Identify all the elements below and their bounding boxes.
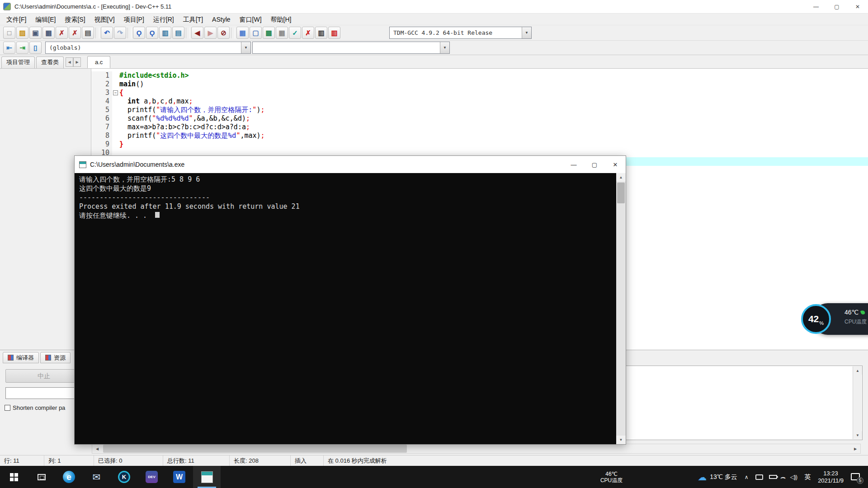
- file-tab-ac[interactable]: a.c: [87, 56, 110, 68]
- stop-execution-button[interactable]: ✗: [302, 27, 314, 39]
- devcpp-taskbar-button[interactable]: DEV: [138, 466, 165, 488]
- volume-icon[interactable]: ◁)): [790, 474, 797, 480]
- menu-item[interactable]: 工具[T]: [179, 14, 208, 25]
- print-button[interactable]: ▤: [82, 27, 94, 39]
- taskbar-cpu-temp-value: 46℃: [600, 471, 623, 477]
- goto-declaration-button[interactable]: ⇤: [3, 42, 15, 54]
- find-in-files-button[interactable]: ▥: [159, 27, 171, 39]
- menu-item[interactable]: 编辑[E]: [31, 14, 60, 25]
- word-taskbar-button[interactable]: W: [165, 466, 193, 488]
- cpu-temperature-widget[interactable]: 42 % 46℃ CPU温度: [801, 303, 868, 335]
- compile-button[interactable]: ▦: [236, 27, 249, 39]
- tab-class-view[interactable]: 查看类: [36, 56, 64, 68]
- menu-item[interactable]: 视图[V]: [90, 14, 119, 25]
- back-button[interactable]: ◀: [191, 27, 203, 39]
- output-vertical-scrollbar[interactable]: ▲ ▼: [853, 366, 862, 439]
- globals-select[interactable]: (globals) ▼: [45, 42, 251, 54]
- menu-item[interactable]: 帮助[H]: [266, 14, 296, 25]
- console-window[interactable]: C:\Users\admin\Documents\a.exe — ▢ ✕ 请输入…: [74, 155, 626, 445]
- maximize-button[interactable]: ▢: [826, 0, 847, 14]
- tab-project-manager[interactable]: 项目管理: [1, 56, 35, 68]
- menu-item[interactable]: 窗口[W]: [235, 14, 266, 25]
- chevron-down-icon[interactable]: ▼: [241, 42, 250, 53]
- abort-button[interactable]: 中止: [5, 369, 82, 383]
- menu-item[interactable]: 运行[R]: [149, 14, 179, 25]
- close-button[interactable]: ✕: [847, 0, 868, 14]
- horizontal-scroll-thumb[interactable]: [103, 445, 407, 453]
- menu-item[interactable]: AStyle: [208, 14, 235, 25]
- line-number: 1: [91, 71, 112, 80]
- compiler-output-filter-input[interactable]: [5, 387, 82, 399]
- goto-line-button[interactable]: ▤: [172, 27, 184, 39]
- line-number: 9: [91, 140, 112, 149]
- delete-profiling-button[interactable]: ▥: [328, 27, 340, 39]
- menu-item[interactable]: 搜索[S]: [60, 14, 90, 25]
- tab-scroll-right-icon[interactable]: ▶: [73, 57, 81, 67]
- chevron-down-icon[interactable]: ▼: [440, 42, 449, 53]
- checkbox-icon[interactable]: [5, 405, 10, 411]
- menu-item[interactable]: 文件[F]: [2, 14, 31, 25]
- mail-taskbar-button[interactable]: ✉: [83, 466, 110, 488]
- scroll-right-icon[interactable]: ▶: [850, 444, 860, 453]
- fold-column[interactable]: −: [112, 89, 119, 97]
- running-console-taskbar-button[interactable]: [193, 466, 221, 488]
- tray-expand-chevron-icon[interactable]: ∧: [745, 474, 749, 480]
- console-close-button[interactable]: ✕: [605, 156, 626, 173]
- scroll-up-icon[interactable]: ▲: [616, 173, 626, 182]
- rebuild-all-button[interactable]: ▦: [276, 27, 288, 39]
- save-all-button[interactable]: ▦: [42, 27, 55, 39]
- tab-scroll-left-icon[interactable]: ◀: [66, 57, 73, 67]
- shorten-paths-checkbox-row[interactable]: Shorten compiler pa: [5, 404, 73, 411]
- taskbar-clock[interactable]: 13:23 2021/11/9: [818, 470, 844, 484]
- console-maximize-button[interactable]: ▢: [584, 156, 605, 173]
- undo-button[interactable]: ↶: [101, 27, 113, 39]
- battery-icon[interactable]: [769, 475, 777, 479]
- task-view-button[interactable]: [28, 466, 55, 488]
- console-body[interactable]: 请输入四个数，并用空格隔开:5 8 9 6这四个数中最大的数是9--------…: [75, 173, 626, 444]
- scroll-up-icon[interactable]: ▲: [853, 366, 862, 375]
- console-cursor: [155, 212, 160, 218]
- tablet-icon[interactable]: [755, 474, 763, 480]
- edge-taskbar-button[interactable]: e: [55, 466, 83, 488]
- statusbar-cell: 在 0.016 秒内完成解析: [324, 455, 868, 466]
- scroll-down-icon[interactable]: ▼: [853, 431, 862, 439]
- syntax-check-button[interactable]: ✓: [289, 27, 301, 39]
- editor-horizontal-scrollbar[interactable]: ◀ ▶: [92, 444, 861, 454]
- forward-button[interactable]: ▶: [204, 27, 217, 39]
- close-all-button[interactable]: ✗: [69, 27, 81, 39]
- compiler-profile-select[interactable]: TDM-GCC 4.9.2 64-bit Release ▼: [389, 27, 532, 39]
- open-source-file-button[interactable]: ▯: [29, 42, 42, 54]
- new-file-button[interactable]: □: [3, 27, 15, 39]
- compile-and-run-button[interactable]: ▩: [263, 27, 275, 39]
- chevron-down-icon[interactable]: ▼: [522, 27, 531, 38]
- bottom-tab-resources[interactable]: 资源: [40, 352, 71, 363]
- console-output: 请输入四个数，并用空格隔开:5 8 9 6这四个数中最大的数是9--------…: [79, 175, 611, 220]
- scroll-down-icon[interactable]: ▼: [616, 436, 626, 444]
- start-button[interactable]: [0, 466, 28, 488]
- k-app-taskbar-button[interactable]: K: [110, 466, 138, 488]
- redo-button[interactable]: ↷: [114, 27, 126, 39]
- console-title-bar[interactable]: C:\Users\admin\Documents\a.exe — ▢ ✕: [75, 156, 626, 173]
- fold-marker-icon[interactable]: −: [113, 90, 118, 95]
- network-icon[interactable]: (((: [781, 477, 786, 478]
- close-file-button[interactable]: ✗: [56, 27, 68, 39]
- goto-definition-button[interactable]: ⇥: [16, 42, 28, 54]
- replace-button[interactable]: Ϙ: [146, 27, 158, 39]
- save-button[interactable]: ▣: [29, 27, 42, 39]
- minimize-button[interactable]: —: [806, 0, 826, 14]
- action-center-button[interactable]: 5: [851, 472, 862, 482]
- input-language-indicator[interactable]: 英: [804, 473, 811, 481]
- console-scrollbar[interactable]: ▲ ▼: [616, 173, 626, 444]
- members-select[interactable]: ▼: [252, 42, 450, 54]
- menu-item[interactable]: 项目[P]: [119, 14, 149, 25]
- find-button[interactable]: Ϙ: [133, 27, 145, 39]
- scroll-left-icon[interactable]: ◀: [92, 444, 102, 453]
- profile-analysis-button[interactable]: ▥: [315, 27, 327, 39]
- console-scroll-thumb[interactable]: [617, 183, 625, 203]
- weather-widget[interactable]: ☁ 13℃ 多云: [698, 472, 737, 483]
- abort-navigation-button[interactable]: ⊘: [217, 27, 230, 39]
- run-button[interactable]: ▢: [250, 27, 262, 39]
- bottom-tab-compiler[interactable]: 编译器: [3, 352, 39, 363]
- console-minimize-button[interactable]: —: [563, 156, 584, 173]
- open-file-button[interactable]: ▨: [16, 27, 28, 39]
